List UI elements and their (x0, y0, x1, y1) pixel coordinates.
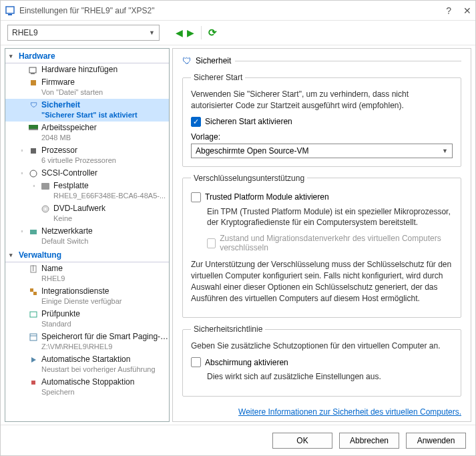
help-icon[interactable]: ? (446, 6, 451, 15)
nav-item-add-hardware[interactable]: Hardware hinzufügen (5, 63, 169, 76)
app-icon (5, 5, 15, 16)
group-policy: Sicherheitsrichtlinie Geben Sie zusätzli… (182, 324, 461, 397)
collapse-icon[interactable]: ▫ (19, 168, 25, 178)
svg-point-8 (30, 170, 37, 177)
nav-next-button[interactable]: ▶ (187, 27, 194, 38)
svg-rect-0 (6, 7, 14, 13)
nav-item-smartpaging[interactable]: Speicherort für die Smart Paging-D...Z:\… (5, 330, 169, 353)
group-secure-boot: Sicherer Start Verwenden Sie "Sicherer S… (182, 73, 461, 167)
paging-icon (28, 332, 39, 342)
panel-title: Sicherheit (196, 56, 231, 65)
nav-item-firmware[interactable]: FirmwareVon "Datei" starten (5, 76, 169, 99)
svg-rect-12 (30, 230, 37, 234)
chevron-down-icon: ▼ (442, 148, 448, 154)
template-dropdown[interactable]: Abgeschirmte Open Source-VM ▼ (191, 144, 453, 158)
shielding-checkbox-row[interactable]: Abschirmung aktivieren (191, 357, 453, 367)
chip-icon (28, 77, 39, 87)
svg-rect-15 (30, 288, 33, 292)
cancel-button[interactable]: Abbrechen (339, 433, 399, 449)
svg-point-11 (45, 208, 47, 210)
separator (201, 26, 202, 39)
svg-rect-21 (31, 381, 35, 385)
category-management[interactable]: ▾ Verwaltung (5, 248, 169, 262)
controller-icon (28, 168, 39, 178)
svg-rect-16 (33, 292, 37, 295)
migration-checkbox-row: Zustand und Migrationsdatenverkehr des v… (207, 234, 453, 252)
nav-item-autostart[interactable]: Automatische StartaktionNeustart bei vor… (5, 353, 169, 376)
nav-item-dvd[interactable]: DVD-LaufwerkKeine (5, 202, 169, 225)
nav-item-processor[interactable]: ▫ Prozessor6 virtuelle Prozessoren (5, 144, 169, 167)
checkbox-shielding[interactable] (191, 357, 201, 367)
vm-selector-value: RHEL9 (12, 28, 38, 37)
expand-icon[interactable]: ▫ (31, 181, 37, 191)
nav-item-autostop[interactable]: Automatische StoppaktionSpeichern (5, 376, 169, 399)
policy-desc: Geben Sie zusätzliche Schutzoptionen für… (191, 340, 453, 352)
autostop-icon (28, 377, 39, 387)
svg-rect-7 (31, 148, 36, 154)
integration-icon (28, 286, 39, 296)
svg-rect-18 (30, 334, 37, 340)
nav-item-hdd[interactable]: ▫ FestplatteRHEL9_E66F348E-BCA6-48A5-... (5, 180, 169, 202)
svg-marker-20 (31, 357, 36, 363)
svg-rect-3 (31, 73, 35, 74)
category-hardware[interactable]: ▾ Hardware (5, 49, 169, 63)
window-title: Einstellungen für "RHEL9" auf "XPS2" (19, 6, 446, 15)
legend-secure-boot: Sicherer Start (191, 73, 245, 82)
svg-rect-17 (30, 312, 37, 317)
more-info-link[interactable]: Weitere Informationen zur Sicherheit des… (182, 407, 461, 417)
svg-rect-1 (8, 14, 12, 15)
dvd-icon (40, 204, 51, 214)
titlebar: Einstellungen für "RHEL9" auf "XPS2" ? ✕ (1, 1, 475, 21)
cpu-icon (28, 146, 39, 156)
nav-prev-button[interactable]: ◀ (176, 27, 183, 38)
memory-icon (28, 123, 39, 133)
checkbox-migration (207, 238, 216, 248)
name-icon: I (28, 264, 39, 274)
nav-item-memory[interactable]: Arbeitsspeicher2048 MB (5, 122, 169, 144)
shield-icon: 🛡 (28, 100, 39, 110)
svg-text:I: I (32, 265, 34, 273)
nav-item-integration[interactable]: IntegrationsdiensteEinige Dienste verfüg… (5, 285, 169, 308)
secure-boot-checkbox-row[interactable]: ✓ Sicheren Start aktivieren (191, 117, 453, 127)
group-encryption: Verschlüsselungsunterstützung Trusted Pl… (182, 174, 461, 318)
network-icon (28, 226, 39, 236)
expand-icon[interactable]: ▫ (19, 226, 25, 236)
add-hardware-icon (28, 65, 39, 75)
refresh-button[interactable]: ⟳ (208, 27, 217, 39)
checkbox-secure-boot[interactable]: ✓ (191, 117, 201, 127)
close-icon[interactable]: ✕ (463, 6, 471, 15)
svg-rect-4 (31, 80, 36, 85)
vm-selector[interactable]: RHEL9 ▼ (7, 25, 160, 41)
collapse-icon: ▾ (9, 252, 16, 258)
checkbox-tpm-label: Trusted Platform Module aktivieren (205, 192, 329, 202)
legend-policy: Sicherheitsrichtlinie (191, 324, 265, 334)
shield-icon: 🛡 (182, 55, 192, 66)
expand-icon[interactable]: ▫ (19, 146, 25, 156)
nav-item-checkpoints[interactable]: PrüfpunkteStandard (5, 308, 169, 330)
apply-button[interactable]: Anwenden (406, 433, 466, 449)
secure-boot-desc: Verwenden Sie "Sicherer Start", um zu ve… (191, 89, 453, 111)
svg-rect-6 (29, 129, 38, 130)
policy-note: Dies wirkt sich auf zusätzliche Einstell… (207, 371, 453, 383)
nav-item-nic[interactable]: ▫ NetzwerkkarteDefault Switch (5, 225, 169, 248)
svg-rect-9 (41, 183, 49, 190)
checkbox-shielding-label: Abschirmung aktivieren (205, 358, 288, 367)
checkbox-tpm[interactable] (191, 192, 201, 202)
nav-tree[interactable]: ▾ Hardware Hardware hinzufügen FirmwareV… (5, 48, 170, 422)
tpm-checkbox-row[interactable]: Trusted Platform Module aktivieren (191, 192, 453, 202)
encryption-note: Zur Unterstützung der Verschlüsselung mu… (191, 259, 453, 304)
nav-item-scsi[interactable]: ▫ SCSI-Controller (5, 167, 169, 180)
legend-encryption: Verschlüsselungsunterstützung (191, 174, 307, 183)
ok-button[interactable]: OK (272, 433, 332, 449)
svg-rect-5 (29, 125, 38, 129)
chevron-down-icon: ▼ (149, 29, 155, 36)
nav-item-security[interactable]: 🛡 Sicherheit"Sicherer Start" ist aktivie… (5, 99, 169, 122)
checkbox-secure-boot-label: Sicheren Start aktivieren (205, 117, 292, 126)
nav-item-name[interactable]: I NameRHEL9 (5, 262, 169, 285)
divider (235, 61, 461, 61)
checkpoint-icon (28, 309, 39, 319)
svg-rect-2 (29, 67, 36, 73)
tpm-desc: Ein TPM (Trusted Platform Module) ist ei… (207, 206, 453, 229)
detail-panel: 🛡 Sicherheit Sicherer Start Verwenden Si… (172, 48, 471, 422)
checkbox-migration-label: Zustand und Migrationsdatenverkehr des v… (220, 234, 453, 252)
